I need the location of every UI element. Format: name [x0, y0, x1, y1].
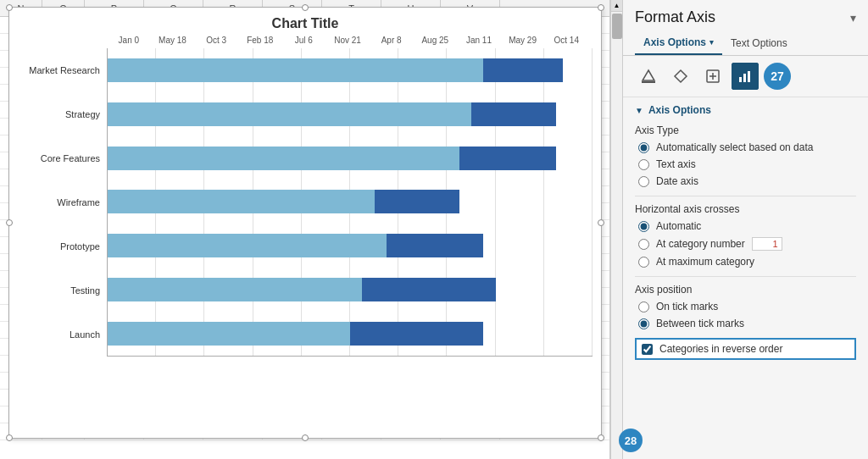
- panel-tabs: Axis Options ▾ Text Options: [623, 33, 868, 56]
- bar-dark-2: [459, 147, 556, 170]
- icon-bar: 27: [623, 56, 868, 97]
- radio-item-text[interactable]: Text axis: [638, 158, 856, 170]
- category-number-input[interactable]: [752, 237, 782, 251]
- radio-item-auto[interactable]: Automatically select based on data: [638, 141, 856, 153]
- divider-1: [635, 196, 856, 196]
- handle-ml[interactable]: [6, 219, 13, 226]
- handle-br[interactable]: [598, 434, 604, 441]
- bar-dark-5: [362, 278, 495, 301]
- radio-item-date[interactable]: Date axis: [638, 175, 856, 187]
- chart-plot-area: Market Research Strategy Core Features W…: [18, 48, 593, 357]
- bar-chart-icon-btn[interactable]: [732, 63, 759, 90]
- categories-reverse-row[interactable]: Categories in reverse order: [635, 338, 856, 360]
- radio-at-category[interactable]: [638, 239, 649, 250]
- icon-badge-27[interactable]: 27: [764, 63, 791, 90]
- radio-text-label: Text axis: [656, 158, 696, 170]
- chart-title: Chart Title: [9, 8, 601, 36]
- fill-icon: [641, 69, 656, 84]
- svg-marker-2: [675, 70, 687, 82]
- radio-auto[interactable]: [638, 142, 649, 153]
- chart-bars-area: [107, 48, 593, 357]
- svg-rect-6: [739, 77, 742, 82]
- h-axis-crosses-label: Horizontal axis crosses: [635, 203, 856, 215]
- bar-row-6[interactable]: [108, 316, 593, 351]
- axis-options-section-title: Axis Options: [648, 104, 711, 116]
- axis-label-6: Apr 8: [370, 36, 414, 45]
- axis-label-8: Jan 11: [457, 36, 501, 45]
- handle-mr[interactable]: [598, 219, 604, 226]
- handle-bm[interactable]: [302, 434, 309, 441]
- radio-at-max[interactable]: [638, 257, 649, 268]
- h-axis-radio-group: Automatic At category number At maximum …: [635, 220, 856, 268]
- tab-axis-options[interactable]: Axis Options ▾: [635, 33, 722, 55]
- radio-between-tick-label: Between tick marks: [656, 318, 744, 329]
- size-icon-btn[interactable]: [699, 63, 726, 90]
- handle-bl[interactable]: [6, 434, 13, 441]
- bar-dark-1: [471, 102, 556, 126]
- radio-item-at-category[interactable]: At category number: [638, 237, 856, 251]
- axis-options-dropdown-arrow[interactable]: ▾: [709, 38, 714, 47]
- bar-row-3[interactable]: [108, 184, 593, 219]
- bar-row-1[interactable]: [108, 97, 593, 132]
- radio-item-between-tick[interactable]: Between tick marks: [638, 318, 856, 329]
- y-label-2: Core Features: [18, 136, 107, 180]
- y-label-3: Wireframe: [18, 180, 107, 224]
- y-label-0: Market Research: [18, 48, 107, 92]
- handle-tm[interactable]: [302, 4, 309, 11]
- scrollbar[interactable]: ▲: [610, 0, 622, 459]
- scroll-up-arrow[interactable]: ▲: [611, 0, 623, 12]
- svg-rect-7: [743, 74, 746, 82]
- axis-label-4: Jul 6: [282, 36, 326, 45]
- radio-between-tick[interactable]: [638, 318, 649, 329]
- shape-icon-btn[interactable]: [667, 63, 694, 90]
- bar-row-5[interactable]: [108, 272, 593, 307]
- tab-text-options[interactable]: Text Options: [722, 33, 796, 55]
- axis-label-7: Aug 25: [413, 36, 457, 45]
- axis-position-label: Axis position: [635, 284, 856, 296]
- radio-item-automatic[interactable]: Automatic: [638, 220, 856, 232]
- text-options-tab-label: Text Options: [731, 37, 787, 49]
- radio-auto-label: Automatically select based on data: [656, 141, 813, 153]
- chart-y-labels: Market Research Strategy Core Features W…: [18, 48, 107, 357]
- radio-date-label: Date axis: [656, 175, 698, 187]
- categories-reverse-checkbox[interactable]: [642, 344, 653, 355]
- chart-container[interactable]: Chart Title Jan 0 May 18 Oct 3 Feb 18 Ju…: [8, 7, 602, 439]
- fill-icon-btn[interactable]: [635, 63, 662, 90]
- handle-tl[interactable]: [6, 4, 13, 11]
- axis-label-9: May 29: [501, 36, 545, 45]
- radio-on-tick-label: On tick marks: [656, 301, 718, 312]
- bar-row-2[interactable]: [108, 141, 593, 176]
- axis-type-label: Axis Type: [635, 124, 856, 136]
- radio-item-at-max[interactable]: At maximum category: [638, 256, 856, 268]
- y-label-4: Prototype: [18, 224, 107, 268]
- radio-at-max-label: At maximum category: [656, 256, 754, 268]
- scroll-thumb[interactable]: [612, 14, 622, 39]
- axis-label-10: Oct 14: [544, 36, 588, 45]
- bar-light-1: [108, 102, 471, 126]
- bar-light-3: [108, 190, 375, 213]
- axis-options-section-header[interactable]: ▼ Axis Options: [635, 104, 856, 116]
- size-icon: [705, 69, 721, 84]
- radio-automatic-label: Automatic: [656, 220, 701, 232]
- radio-text[interactable]: [638, 159, 649, 170]
- bar-chart-icon: [737, 69, 753, 84]
- bar-light-0: [108, 58, 483, 82]
- axis-label-3: Feb 18: [238, 36, 282, 45]
- radio-on-tick[interactable]: [638, 301, 649, 312]
- axis-label-1: May 18: [151, 36, 195, 45]
- panel-title: Format Axis: [635, 8, 715, 26]
- bottom-badge-28[interactable]: 28: [619, 429, 643, 452]
- bar-row-4[interactable]: [108, 228, 593, 263]
- radio-date[interactable]: [638, 176, 649, 187]
- bar-row-0[interactable]: [108, 53, 593, 88]
- radio-automatic[interactable]: [638, 221, 649, 232]
- bar-dark-4: [387, 234, 483, 257]
- radio-item-on-tick[interactable]: On tick marks: [638, 301, 856, 312]
- panel-close-button[interactable]: ▾: [850, 11, 856, 25]
- panel-content: ▼ Axis Options Axis Type Automatically s…: [623, 97, 868, 459]
- bar-dark-0: [483, 58, 562, 82]
- handle-tr[interactable]: [598, 4, 604, 11]
- divider-2: [635, 276, 856, 277]
- axis-label-0: Jan 0: [107, 36, 151, 45]
- bar-dark-3: [375, 190, 459, 213]
